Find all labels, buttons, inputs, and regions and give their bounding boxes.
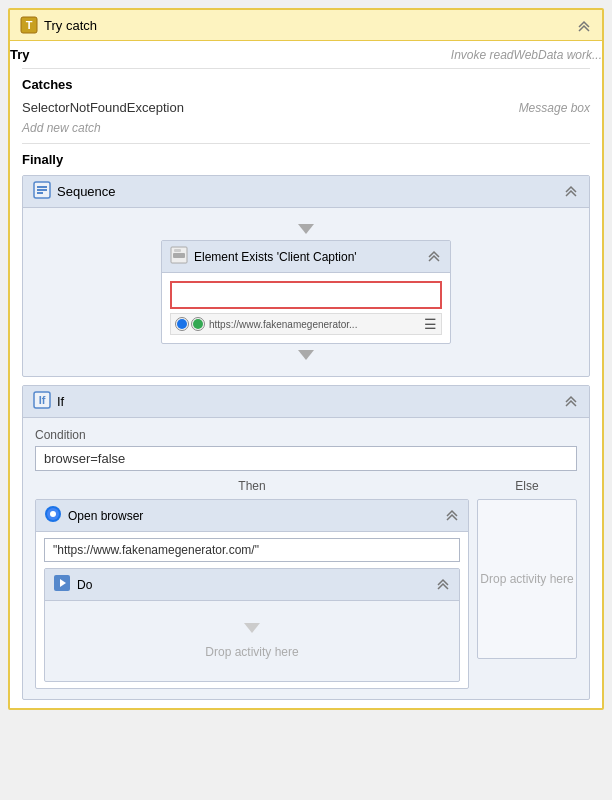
collapse-element-exists-button[interactable] [426, 248, 442, 265]
url-input[interactable]: "https://www.fakenamegenerator.com/" [44, 538, 460, 562]
sequence-header-left: Sequence [33, 181, 116, 202]
try-catch-header: T Try catch [10, 10, 602, 41]
do-drop-text: Drop activity here [205, 645, 298, 659]
finally-label: Finally [22, 152, 590, 167]
collapse-open-browser-button[interactable] [444, 507, 460, 524]
open-browser-icon [44, 505, 62, 526]
svg-point-10 [193, 319, 203, 329]
catch-exception: SelectorNotFoundException [22, 100, 184, 115]
browser-toolbar: https://www.fakenamegenerator... ☰ [170, 313, 442, 335]
open-browser-header-left: Open browser [44, 505, 143, 526]
svg-point-9 [177, 319, 187, 329]
browser-menu-icon[interactable]: ☰ [424, 316, 437, 332]
connector-arrow-2 [298, 350, 314, 360]
browser-nav-icons [175, 317, 205, 331]
svg-rect-3 [37, 186, 47, 188]
element-exists-header-left: Element Exists 'Client Caption' [170, 246, 357, 267]
try-catch-title: Try catch [44, 18, 97, 33]
try-catch-icon: T [20, 16, 38, 34]
sequence-icon [33, 181, 51, 202]
sequence-body: Element Exists 'Client Caption' [23, 208, 589, 376]
svg-point-15 [50, 511, 56, 517]
collapse-if-button[interactable] [563, 393, 579, 410]
collapse-try-catch-button[interactable] [576, 18, 592, 32]
catch-action: Message box [519, 101, 590, 115]
if-block: If If Condition browser=false [22, 385, 590, 700]
if-header-left: If If [33, 391, 64, 412]
element-exists-title: Element Exists 'Client Caption' [194, 250, 357, 264]
open-browser-title: Open browser [68, 509, 143, 523]
condition-input[interactable]: browser=false [35, 446, 577, 471]
collapse-sequence-button[interactable] [563, 183, 579, 200]
svg-rect-8 [174, 249, 181, 252]
catches-label: Catches [22, 77, 590, 92]
try-catch-block: T Try catch Try Invoke readWebData work.… [8, 8, 604, 710]
sequence-block: Sequence [22, 175, 590, 377]
browser-url-bar: https://www.fakenamegenerator... [209, 319, 420, 330]
svg-rect-5 [37, 192, 43, 194]
if-body: Condition browser=false Then [23, 418, 589, 699]
then-else-row: Then [35, 479, 577, 689]
element-exists-icon [170, 246, 188, 267]
do-header: Do [45, 569, 459, 601]
element-exists-block: Element Exists 'Client Caption' [161, 240, 451, 344]
add-catch-link[interactable]: Add new catch [22, 121, 590, 135]
try-invoke-text: Invoke readWebData work... [451, 48, 602, 62]
try-row: Try Invoke readWebData work... [10, 41, 602, 68]
then-column: Then [35, 479, 469, 689]
try-catch-header-left: T Try catch [20, 16, 97, 34]
condition-label: Condition [35, 428, 577, 442]
else-label: Else [477, 479, 577, 493]
if-title: If [57, 394, 64, 409]
browser-forward-icon[interactable] [191, 317, 205, 331]
selector-input-area[interactable] [170, 281, 442, 309]
then-label: Then [35, 479, 469, 493]
if-icon: If [33, 391, 51, 412]
element-exists-header: Element Exists 'Client Caption' [162, 241, 450, 273]
do-connector-arrow [244, 623, 260, 633]
if-header: If If [23, 386, 589, 418]
sequence-header: Sequence [23, 176, 589, 208]
catches-section: Catches SelectorNotFoundException Messag… [10, 69, 602, 143]
open-browser-header: Open browser [36, 500, 468, 532]
catch-row: SelectorNotFoundException Message box [22, 98, 590, 117]
svg-text:If: If [39, 394, 46, 406]
do-icon [53, 574, 71, 595]
finally-section: Finally Sequence [10, 144, 602, 708]
connector-arrow [298, 224, 314, 234]
do-title: Do [77, 578, 92, 592]
open-browser-body: "https://www.fakenamegenerator.com/" [36, 532, 468, 688]
svg-rect-7 [173, 253, 185, 258]
do-header-left: Do [53, 574, 92, 595]
open-browser-block: Open browser "https://w [35, 499, 469, 689]
try-label: Try [10, 47, 30, 62]
else-column: Else Drop activity here [477, 479, 577, 689]
do-block: Do [44, 568, 460, 682]
else-drop-text: Drop activity here [480, 572, 573, 586]
browser-back-icon[interactable] [175, 317, 189, 331]
else-drop-zone[interactable]: Drop activity here [477, 499, 577, 659]
svg-text:T: T [26, 19, 33, 31]
element-exists-body: https://www.fakenamegenerator... ☰ [162, 273, 450, 343]
sequence-title: Sequence [57, 184, 116, 199]
do-body: Drop activity here [45, 601, 459, 681]
svg-rect-4 [37, 189, 47, 191]
collapse-do-button[interactable] [435, 576, 451, 593]
